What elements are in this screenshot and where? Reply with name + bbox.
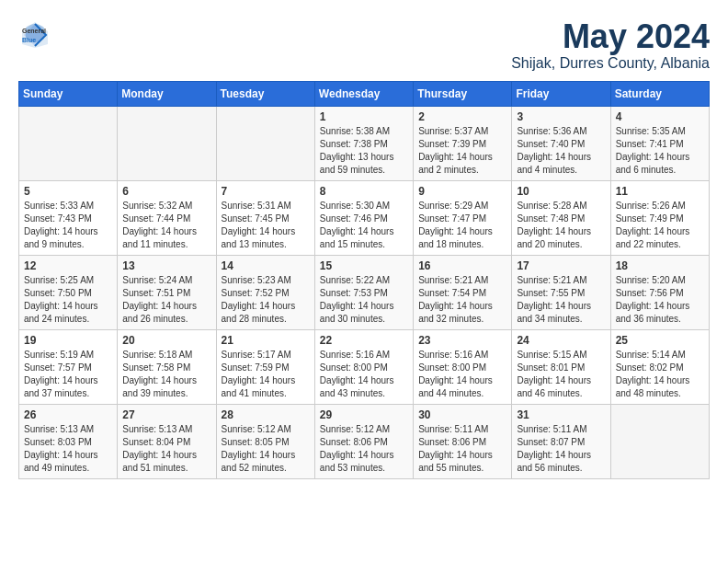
day-number: 5 [24, 185, 112, 198]
logo: General Blue [18, 18, 51, 52]
calendar-day-cell: 27Sunrise: 5:13 AMSunset: 8:04 PMDayligh… [118, 404, 216, 478]
day-number: 6 [122, 185, 210, 198]
day-number: 11 [616, 185, 704, 198]
day-info: Sunrise: 5:36 AMSunset: 7:40 PMDaylight:… [517, 125, 605, 177]
calendar-day-cell: 21Sunrise: 5:17 AMSunset: 7:59 PMDayligh… [216, 329, 314, 404]
day-number: 9 [418, 185, 506, 198]
day-info: Sunrise: 5:23 AMSunset: 7:52 PMDaylight:… [222, 274, 310, 326]
day-info: Sunrise: 5:35 AMSunset: 7:41 PMDaylight:… [616, 125, 704, 177]
month-title: May 2024 [511, 18, 710, 55]
day-number: 13 [122, 259, 210, 272]
calendar-day-cell: 23Sunrise: 5:16 AMSunset: 8:00 PMDayligh… [414, 329, 512, 404]
page-header: General Blue May 2024 Shijak, Durres Cou… [18, 18, 710, 72]
day-info: Sunrise: 5:32 AMSunset: 7:44 PMDaylight:… [122, 200, 210, 251]
day-number: 2 [418, 110, 506, 123]
calendar-day-cell: 26Sunrise: 5:13 AMSunset: 8:03 PMDayligh… [19, 404, 118, 478]
day-info: Sunrise: 5:31 AMSunset: 7:45 PMDaylight:… [222, 200, 310, 251]
calendar-day-cell: 22Sunrise: 5:16 AMSunset: 8:00 PMDayligh… [314, 329, 413, 404]
day-info: Sunrise: 5:22 AMSunset: 7:53 PMDaylight:… [320, 274, 408, 326]
calendar-day-cell: 4Sunrise: 5:35 AMSunset: 7:41 PMDaylight… [610, 106, 709, 180]
calendar-week-row: 12Sunrise: 5:25 AMSunset: 7:50 PMDayligh… [19, 255, 710, 329]
day-info: Sunrise: 5:12 AMSunset: 8:05 PMDaylight:… [222, 423, 310, 475]
calendar-day-cell: 9Sunrise: 5:29 AMSunset: 7:47 PMDaylight… [414, 180, 512, 255]
day-info: Sunrise: 5:25 AMSunset: 7:50 PMDaylight:… [24, 274, 112, 326]
day-info: Sunrise: 5:30 AMSunset: 7:46 PMDaylight:… [320, 200, 408, 251]
day-number: 29 [320, 408, 408, 421]
day-of-week-header: Tuesday [216, 81, 314, 106]
calendar-day-cell: 1Sunrise: 5:38 AMSunset: 7:38 PMDaylight… [314, 106, 413, 180]
day-info: Sunrise: 5:26 AMSunset: 7:49 PMDaylight:… [616, 200, 704, 251]
day-of-week-header: Saturday [610, 81, 709, 106]
day-info: Sunrise: 5:13 AMSunset: 8:04 PMDaylight:… [122, 423, 210, 475]
day-info: Sunrise: 5:11 AMSunset: 8:06 PMDaylight:… [418, 423, 506, 475]
day-info: Sunrise: 5:37 AMSunset: 7:39 PMDaylight:… [418, 125, 506, 177]
day-number: 19 [24, 334, 112, 347]
calendar-day-cell: 11Sunrise: 5:26 AMSunset: 7:49 PMDayligh… [610, 180, 709, 255]
day-number: 18 [616, 259, 704, 272]
day-number: 27 [122, 408, 210, 421]
day-number: 15 [320, 259, 408, 272]
calendar-day-cell [216, 106, 314, 180]
day-info: Sunrise: 5:20 AMSunset: 7:56 PMDaylight:… [616, 274, 704, 326]
day-info: Sunrise: 5:15 AMSunset: 8:01 PMDaylight:… [517, 349, 605, 400]
day-number: 10 [517, 185, 605, 198]
day-number: 30 [418, 408, 506, 421]
svg-text:Blue: Blue [22, 37, 36, 43]
day-info: Sunrise: 5:16 AMSunset: 8:00 PMDaylight:… [418, 349, 506, 400]
day-info: Sunrise: 5:29 AMSunset: 7:47 PMDaylight:… [418, 200, 506, 251]
calendar-day-cell [118, 106, 216, 180]
day-info: Sunrise: 5:18 AMSunset: 7:58 PMDaylight:… [122, 349, 210, 400]
title-area: May 2024 Shijak, Durres County, Albania [511, 18, 710, 72]
day-number: 25 [616, 334, 704, 347]
calendar-week-row: 1Sunrise: 5:38 AMSunset: 7:38 PMDaylight… [19, 106, 710, 180]
calendar-day-cell: 30Sunrise: 5:11 AMSunset: 8:06 PMDayligh… [414, 404, 512, 478]
day-number: 17 [517, 259, 605, 272]
day-info: Sunrise: 5:19 AMSunset: 7:57 PMDaylight:… [24, 349, 112, 400]
calendar-day-cell [610, 404, 709, 478]
day-info: Sunrise: 5:13 AMSunset: 8:03 PMDaylight:… [24, 423, 112, 475]
day-number: 12 [24, 259, 112, 272]
day-number: 23 [418, 334, 506, 347]
calendar-day-cell: 5Sunrise: 5:33 AMSunset: 7:43 PMDaylight… [19, 180, 118, 255]
day-info: Sunrise: 5:16 AMSunset: 8:00 PMDaylight:… [320, 349, 408, 400]
day-info: Sunrise: 5:21 AMSunset: 7:55 PMDaylight:… [517, 274, 605, 326]
day-info: Sunrise: 5:33 AMSunset: 7:43 PMDaylight:… [24, 200, 112, 251]
day-number: 24 [517, 334, 605, 347]
day-number: 3 [517, 110, 605, 123]
calendar-day-cell: 8Sunrise: 5:30 AMSunset: 7:46 PMDaylight… [314, 180, 413, 255]
calendar-day-cell: 18Sunrise: 5:20 AMSunset: 7:56 PMDayligh… [610, 255, 709, 329]
day-info: Sunrise: 5:11 AMSunset: 8:07 PMDaylight:… [517, 423, 605, 475]
calendar-day-cell [19, 106, 118, 180]
day-info: Sunrise: 5:12 AMSunset: 8:06 PMDaylight:… [320, 423, 408, 475]
day-number: 1 [320, 110, 408, 123]
calendar-day-cell: 2Sunrise: 5:37 AMSunset: 7:39 PMDaylight… [414, 106, 512, 180]
location-title: Shijak, Durres County, Albania [511, 55, 710, 72]
calendar-day-cell: 31Sunrise: 5:11 AMSunset: 8:07 PMDayligh… [512, 404, 610, 478]
day-number: 26 [24, 408, 112, 421]
calendar-day-cell: 17Sunrise: 5:21 AMSunset: 7:55 PMDayligh… [512, 255, 610, 329]
day-of-week-header: Sunday [19, 81, 118, 106]
calendar-day-cell: 19Sunrise: 5:19 AMSunset: 7:57 PMDayligh… [19, 329, 118, 404]
calendar-day-cell: 13Sunrise: 5:24 AMSunset: 7:51 PMDayligh… [118, 255, 216, 329]
calendar-day-cell: 24Sunrise: 5:15 AMSunset: 8:01 PMDayligh… [512, 329, 610, 404]
calendar-week-row: 19Sunrise: 5:19 AMSunset: 7:57 PMDayligh… [19, 329, 710, 404]
calendar-day-cell: 29Sunrise: 5:12 AMSunset: 8:06 PMDayligh… [314, 404, 413, 478]
day-number: 7 [222, 185, 310, 198]
calendar-day-cell: 20Sunrise: 5:18 AMSunset: 7:58 PMDayligh… [118, 329, 216, 404]
calendar-header-row: SundayMondayTuesdayWednesdayThursdayFrid… [19, 81, 710, 106]
day-of-week-header: Monday [118, 81, 216, 106]
calendar-day-cell: 3Sunrise: 5:36 AMSunset: 7:40 PMDaylight… [512, 106, 610, 180]
day-info: Sunrise: 5:28 AMSunset: 7:48 PMDaylight:… [517, 200, 605, 251]
calendar-day-cell: 12Sunrise: 5:25 AMSunset: 7:50 PMDayligh… [19, 255, 118, 329]
day-of-week-header: Thursday [414, 81, 512, 106]
day-info: Sunrise: 5:17 AMSunset: 7:59 PMDaylight:… [222, 349, 310, 400]
calendar-week-row: 26Sunrise: 5:13 AMSunset: 8:03 PMDayligh… [19, 404, 710, 478]
logo-icon: General Blue [18, 18, 51, 52]
calendar-day-cell: 28Sunrise: 5:12 AMSunset: 8:05 PMDayligh… [216, 404, 314, 478]
day-number: 22 [320, 334, 408, 347]
calendar-day-cell: 10Sunrise: 5:28 AMSunset: 7:48 PMDayligh… [512, 180, 610, 255]
day-of-week-header: Wednesday [314, 81, 413, 106]
day-info: Sunrise: 5:24 AMSunset: 7:51 PMDaylight:… [122, 274, 210, 326]
day-of-week-header: Friday [512, 81, 610, 106]
day-number: 14 [222, 259, 310, 272]
